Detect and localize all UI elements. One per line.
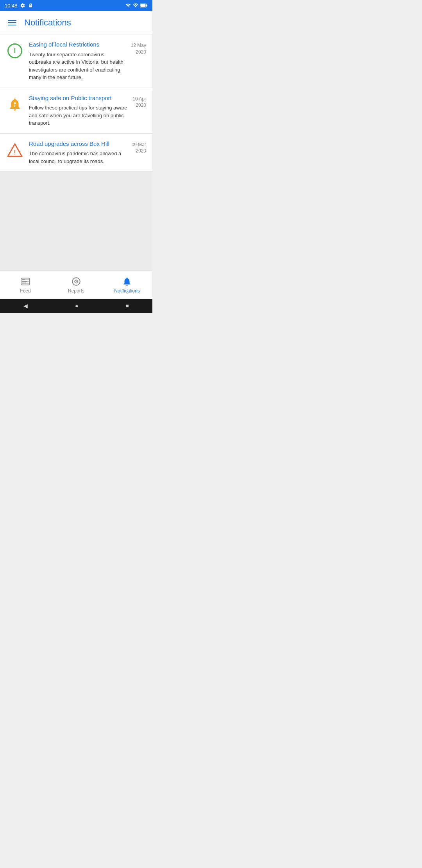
empty-content-area	[0, 172, 152, 271]
bell-icon	[7, 97, 22, 112]
notifications-list: i Easing of local Restrictions Twenty-fo…	[0, 34, 152, 172]
notif-content-2: Staying safe on Public transport Follow …	[29, 94, 132, 127]
warning-triangle-icon: !	[7, 142, 23, 158]
svg-rect-2	[147, 5, 147, 6]
status-bar: 10:48	[0, 0, 152, 11]
feed-icon	[20, 276, 30, 287]
home-button[interactable]: ●	[75, 303, 78, 309]
notif-title-3: Road upgrades across Box Hill	[29, 140, 132, 148]
svg-point-13	[76, 281, 77, 282]
notif-content-3: Road upgrades across Box Hill The corona…	[29, 140, 132, 165]
menu-button[interactable]	[6, 18, 18, 27]
wifi-icon	[125, 3, 131, 8]
recent-button[interactable]: ■	[125, 303, 129, 309]
status-right	[125, 3, 148, 8]
reports-icon	[71, 276, 81, 287]
bottom-navigation: Feed Reports Notifications	[0, 271, 152, 299]
status-time: 10:48	[5, 3, 18, 9]
sim-icon	[28, 3, 32, 8]
notification-item-3[interactable]: ! Road upgrades across Box Hill The coro…	[0, 134, 152, 172]
notif-body-1: Twenty-four separate coronavirus outbrea…	[29, 51, 131, 81]
notification-item-2[interactable]: Staying safe on Public transport Follow …	[0, 88, 152, 134]
signal-icon	[133, 3, 138, 8]
battery-icon	[140, 3, 148, 8]
notifications-nav-icon	[122, 276, 132, 287]
notif-date-3: 09 Mar2020	[132, 142, 146, 155]
notif-icon-bell	[6, 96, 23, 113]
notif-icon-info: i	[6, 42, 23, 59]
svg-rect-1	[140, 4, 145, 7]
back-button[interactable]: ◀	[23, 303, 28, 309]
svg-point-3	[14, 102, 16, 104]
notif-body-3: The coronavirus pandemic has allowed a l…	[29, 150, 132, 165]
nav-label-reports: Reports	[68, 288, 84, 294]
notif-title-2: Staying safe on Public transport	[29, 94, 132, 102]
nav-item-feed[interactable]: Feed	[0, 273, 51, 297]
notif-icon-warning: !	[6, 142, 23, 159]
notif-title-1: Easing of local Restrictions	[29, 41, 131, 48]
system-nav-bar: ◀ ● ■	[0, 299, 152, 313]
svg-rect-4	[14, 104, 16, 107]
info-circle-icon: i	[7, 43, 22, 58]
app-header: Notifications	[0, 11, 152, 34]
nav-label-feed: Feed	[20, 288, 30, 294]
nav-item-reports[interactable]: Reports	[51, 273, 102, 297]
svg-rect-10	[22, 282, 26, 283]
svg-text:!: !	[14, 149, 16, 156]
nav-item-notifications[interactable]: Notifications	[102, 273, 152, 297]
nav-label-notifications: Notifications	[114, 288, 139, 294]
notification-item-1[interactable]: i Easing of local Restrictions Twenty-fo…	[0, 34, 152, 88]
status-left: 10:48	[5, 3, 32, 9]
svg-rect-8	[22, 279, 25, 280]
notif-content-1: Easing of local Restrictions Twenty-four…	[29, 41, 131, 81]
page-title: Notifications	[24, 18, 71, 28]
notif-body-2: Follow these practical tips for staying …	[29, 104, 132, 127]
notif-date-2: 10 Apr2020	[132, 96, 146, 109]
settings-icon	[20, 3, 25, 8]
notif-date-1: 12 May2020	[131, 42, 146, 56]
svg-rect-9	[22, 281, 27, 282]
